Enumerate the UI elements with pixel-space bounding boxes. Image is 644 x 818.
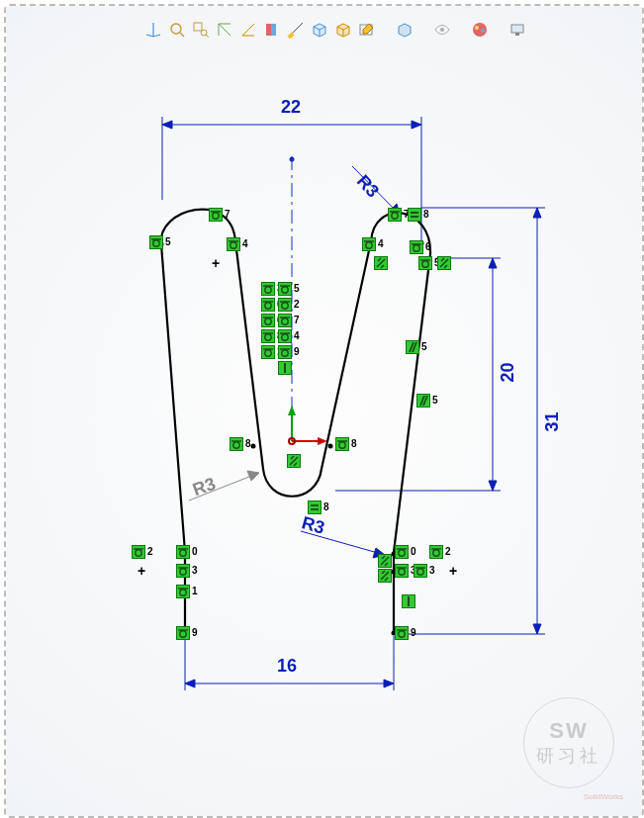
svg-point-72 — [153, 240, 159, 246]
svg-point-65 — [399, 569, 405, 575]
relation-tan-icon[interactable] — [278, 282, 292, 296]
relation-par-icon[interactable] — [406, 340, 419, 354]
wm-bottom: 研习社 — [536, 744, 601, 768]
svg-point-41 — [251, 444, 256, 449]
relation-vert-icon[interactable] — [402, 594, 415, 608]
relation-index: 2 — [147, 546, 153, 557]
svg-point-125 — [282, 350, 288, 356]
relation-sym-icon[interactable] — [378, 554, 392, 568]
svg-line-60 — [382, 556, 385, 559]
svg-point-49 — [180, 569, 186, 575]
coincident-marker: + — [212, 255, 220, 271]
relation-index: 8 — [245, 438, 251, 449]
svg-point-87 — [414, 245, 419, 251]
coincident-marker: + — [449, 563, 457, 579]
svg-point-111 — [265, 303, 271, 309]
svg-point-29 — [290, 157, 295, 162]
svg-point-47 — [180, 550, 186, 556]
relation-index: 1 — [192, 586, 198, 596]
svg-point-67 — [417, 569, 423, 575]
relation-tan-icon[interactable] — [395, 564, 409, 578]
relation-vert-icon[interactable] — [278, 361, 292, 375]
relation-index: 0 — [411, 546, 416, 557]
relation-tan-icon[interactable] — [278, 345, 292, 359]
svg-point-57 — [433, 550, 439, 556]
wm-top: SW — [549, 718, 588, 744]
relation-tan-icon[interactable] — [261, 298, 275, 312]
relation-tan-icon[interactable] — [176, 564, 190, 578]
svg-point-115 — [265, 318, 271, 324]
dim-31[interactable]: 31 — [542, 411, 563, 431]
relation-tan-icon[interactable] — [176, 545, 190, 559]
relation-tan-icon[interactable] — [227, 237, 240, 251]
relation-tan-icon[interactable] — [335, 437, 349, 451]
relation-tan-icon[interactable] — [230, 437, 243, 451]
relation-index: 9 — [294, 346, 300, 357]
relation-index: 2 — [445, 546, 451, 557]
relation-index: 7 — [294, 315, 300, 325]
relation-tan-icon[interactable] — [261, 282, 275, 296]
svg-line-61 — [385, 563, 388, 566]
dim-22[interactable]: 22 — [281, 97, 301, 118]
relation-par-icon[interactable] — [416, 394, 430, 408]
svg-point-53 — [180, 631, 186, 637]
relation-eq-icon[interactable] — [408, 208, 421, 222]
relation-index: 3 — [192, 565, 198, 576]
relation-eq-icon[interactable] — [308, 500, 322, 514]
relation-sym-icon[interactable] — [287, 454, 301, 468]
relation-sym-icon[interactable] — [374, 256, 388, 270]
wm-small: SolidWorks — [584, 792, 623, 801]
relation-tan-icon[interactable] — [261, 345, 275, 359]
svg-line-97 — [291, 456, 294, 459]
relation-index: 7 — [225, 209, 230, 220]
svg-point-99 — [339, 442, 345, 448]
svg-point-107 — [265, 287, 271, 293]
relation-tan-icon[interactable] — [149, 235, 163, 249]
relation-tan-icon[interactable] — [278, 298, 292, 312]
relation-tan-icon[interactable] — [410, 240, 423, 254]
relation-index: 6 — [425, 241, 431, 252]
svg-line-81 — [378, 258, 381, 261]
svg-point-123 — [265, 350, 271, 356]
relation-index: 4 — [294, 330, 300, 341]
relation-tan-icon[interactable] — [261, 314, 275, 327]
svg-point-45 — [136, 550, 141, 556]
relation-tan-icon[interactable] — [176, 585, 190, 598]
relation-tan-icon[interactable] — [176, 626, 190, 640]
svg-point-74 — [213, 213, 219, 219]
dim-16[interactable]: 16 — [277, 656, 297, 677]
relation-tan-icon[interactable] — [362, 237, 376, 251]
svg-line-82 — [381, 265, 384, 268]
svg-point-83 — [392, 213, 398, 219]
coincident-marker: + — [138, 563, 145, 579]
svg-point-121 — [282, 334, 288, 340]
svg-point-42 — [328, 444, 333, 449]
relation-tan-icon[interactable] — [414, 564, 427, 578]
relation-tan-icon[interactable] — [388, 208, 402, 222]
svg-point-94 — [233, 442, 239, 448]
relation-index: 3 — [429, 565, 435, 576]
relation-tan-icon[interactable] — [395, 626, 409, 640]
relation-tan-icon[interactable] — [278, 314, 292, 327]
relation-index: 8 — [323, 501, 329, 512]
svg-point-109 — [282, 287, 288, 293]
dim-20[interactable]: 20 — [498, 362, 518, 382]
relation-index: 2 — [294, 299, 300, 310]
relation-tan-icon[interactable] — [278, 329, 292, 343]
relation-sym-icon[interactable] — [437, 256, 451, 270]
relation-index: 9 — [192, 627, 198, 638]
relation-tan-icon[interactable] — [261, 329, 275, 343]
relation-index: 5 — [294, 283, 300, 294]
watermark: SW 研习社 SolidWorks — [523, 697, 614, 788]
relation-index: 4 — [242, 238, 248, 249]
svg-point-70 — [399, 631, 405, 637]
relation-tan-icon[interactable] — [395, 545, 409, 559]
relation-index: 8 — [423, 209, 429, 220]
relation-tan-icon[interactable] — [418, 256, 432, 270]
relation-sym-icon[interactable] — [378, 569, 392, 583]
svg-line-93 — [444, 265, 447, 268]
relation-tan-icon[interactable] — [132, 545, 145, 559]
relation-tan-icon[interactable] — [429, 545, 443, 559]
svg-point-55 — [399, 550, 405, 556]
relation-tan-icon[interactable] — [209, 208, 223, 222]
